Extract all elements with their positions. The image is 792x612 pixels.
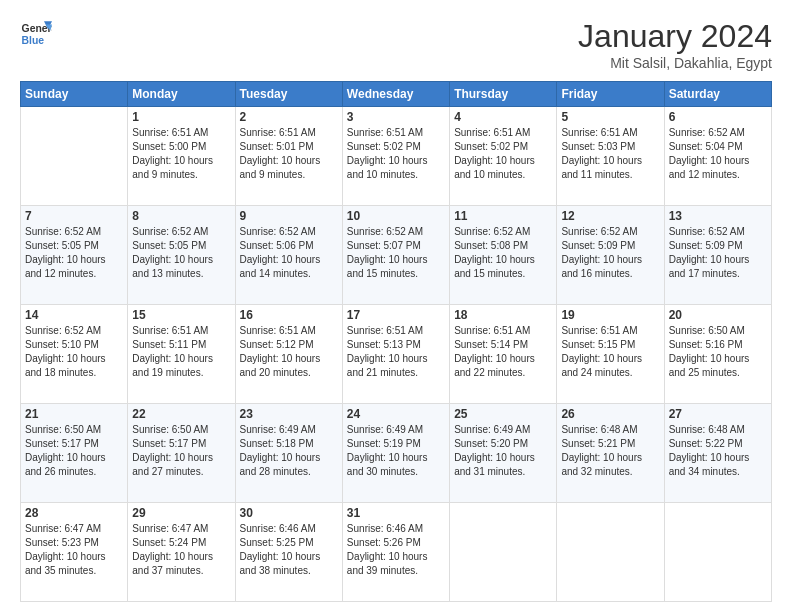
logo: General Blue [20, 18, 56, 50]
day-number: 22 [132, 407, 230, 421]
day-info: Sunrise: 6:50 AM Sunset: 5:16 PM Dayligh… [669, 324, 767, 380]
day-info: Sunrise: 6:52 AM Sunset: 5:09 PM Dayligh… [561, 225, 659, 281]
day-info: Sunrise: 6:50 AM Sunset: 5:17 PM Dayligh… [132, 423, 230, 479]
calendar-cell: 12Sunrise: 6:52 AM Sunset: 5:09 PM Dayli… [557, 206, 664, 305]
calendar-cell: 20Sunrise: 6:50 AM Sunset: 5:16 PM Dayli… [664, 305, 771, 404]
calendar-header-row: SundayMondayTuesdayWednesdayThursdayFrid… [21, 82, 772, 107]
day-number: 7 [25, 209, 123, 223]
calendar-cell: 5Sunrise: 6:51 AM Sunset: 5:03 PM Daylig… [557, 107, 664, 206]
day-info: Sunrise: 6:51 AM Sunset: 5:03 PM Dayligh… [561, 126, 659, 182]
day-info: Sunrise: 6:51 AM Sunset: 5:14 PM Dayligh… [454, 324, 552, 380]
svg-text:Blue: Blue [22, 35, 45, 46]
calendar-header-tuesday: Tuesday [235, 82, 342, 107]
calendar-week-row: 28Sunrise: 6:47 AM Sunset: 5:23 PM Dayli… [21, 503, 772, 602]
day-info: Sunrise: 6:52 AM Sunset: 5:06 PM Dayligh… [240, 225, 338, 281]
day-info: Sunrise: 6:51 AM Sunset: 5:00 PM Dayligh… [132, 126, 230, 182]
calendar-cell: 11Sunrise: 6:52 AM Sunset: 5:08 PM Dayli… [450, 206, 557, 305]
logo-icon: General Blue [20, 18, 52, 50]
day-number: 25 [454, 407, 552, 421]
day-number: 29 [132, 506, 230, 520]
day-info: Sunrise: 6:52 AM Sunset: 5:09 PM Dayligh… [669, 225, 767, 281]
calendar-cell: 29Sunrise: 6:47 AM Sunset: 5:24 PM Dayli… [128, 503, 235, 602]
calendar-cell: 28Sunrise: 6:47 AM Sunset: 5:23 PM Dayli… [21, 503, 128, 602]
calendar-week-row: 14Sunrise: 6:52 AM Sunset: 5:10 PM Dayli… [21, 305, 772, 404]
day-number: 16 [240, 308, 338, 322]
day-number: 10 [347, 209, 445, 223]
day-info: Sunrise: 6:51 AM Sunset: 5:15 PM Dayligh… [561, 324, 659, 380]
calendar-cell [664, 503, 771, 602]
calendar-cell [450, 503, 557, 602]
day-number: 26 [561, 407, 659, 421]
day-number: 12 [561, 209, 659, 223]
day-info: Sunrise: 6:48 AM Sunset: 5:21 PM Dayligh… [561, 423, 659, 479]
day-number: 17 [347, 308, 445, 322]
day-number: 24 [347, 407, 445, 421]
calendar-cell: 8Sunrise: 6:52 AM Sunset: 5:05 PM Daylig… [128, 206, 235, 305]
calendar-cell: 15Sunrise: 6:51 AM Sunset: 5:11 PM Dayli… [128, 305, 235, 404]
day-number: 18 [454, 308, 552, 322]
month-title: January 2024 [578, 18, 772, 55]
day-info: Sunrise: 6:47 AM Sunset: 5:24 PM Dayligh… [132, 522, 230, 578]
calendar-cell [557, 503, 664, 602]
calendar-cell: 13Sunrise: 6:52 AM Sunset: 5:09 PM Dayli… [664, 206, 771, 305]
day-number: 5 [561, 110, 659, 124]
calendar-cell: 23Sunrise: 6:49 AM Sunset: 5:18 PM Dayli… [235, 404, 342, 503]
day-info: Sunrise: 6:49 AM Sunset: 5:18 PM Dayligh… [240, 423, 338, 479]
day-info: Sunrise: 6:51 AM Sunset: 5:01 PM Dayligh… [240, 126, 338, 182]
day-number: 23 [240, 407, 338, 421]
calendar-header-wednesday: Wednesday [342, 82, 449, 107]
calendar-cell: 1Sunrise: 6:51 AM Sunset: 5:00 PM Daylig… [128, 107, 235, 206]
calendar-cell: 21Sunrise: 6:50 AM Sunset: 5:17 PM Dayli… [21, 404, 128, 503]
day-number: 2 [240, 110, 338, 124]
calendar-cell: 31Sunrise: 6:46 AM Sunset: 5:26 PM Dayli… [342, 503, 449, 602]
calendar-cell [21, 107, 128, 206]
day-number: 6 [669, 110, 767, 124]
calendar-cell: 14Sunrise: 6:52 AM Sunset: 5:10 PM Dayli… [21, 305, 128, 404]
day-number: 28 [25, 506, 123, 520]
calendar-cell: 6Sunrise: 6:52 AM Sunset: 5:04 PM Daylig… [664, 107, 771, 206]
day-number: 19 [561, 308, 659, 322]
calendar-cell: 7Sunrise: 6:52 AM Sunset: 5:05 PM Daylig… [21, 206, 128, 305]
day-info: Sunrise: 6:46 AM Sunset: 5:26 PM Dayligh… [347, 522, 445, 578]
day-info: Sunrise: 6:50 AM Sunset: 5:17 PM Dayligh… [25, 423, 123, 479]
calendar-cell: 19Sunrise: 6:51 AM Sunset: 5:15 PM Dayli… [557, 305, 664, 404]
day-info: Sunrise: 6:51 AM Sunset: 5:02 PM Dayligh… [454, 126, 552, 182]
calendar-cell: 4Sunrise: 6:51 AM Sunset: 5:02 PM Daylig… [450, 107, 557, 206]
day-info: Sunrise: 6:52 AM Sunset: 5:04 PM Dayligh… [669, 126, 767, 182]
calendar-cell: 9Sunrise: 6:52 AM Sunset: 5:06 PM Daylig… [235, 206, 342, 305]
calendar-header-thursday: Thursday [450, 82, 557, 107]
day-number: 27 [669, 407, 767, 421]
day-info: Sunrise: 6:51 AM Sunset: 5:13 PM Dayligh… [347, 324, 445, 380]
day-number: 8 [132, 209, 230, 223]
day-info: Sunrise: 6:49 AM Sunset: 5:19 PM Dayligh… [347, 423, 445, 479]
day-number: 1 [132, 110, 230, 124]
calendar-cell: 25Sunrise: 6:49 AM Sunset: 5:20 PM Dayli… [450, 404, 557, 503]
calendar-header-monday: Monday [128, 82, 235, 107]
day-number: 14 [25, 308, 123, 322]
day-info: Sunrise: 6:46 AM Sunset: 5:25 PM Dayligh… [240, 522, 338, 578]
day-info: Sunrise: 6:51 AM Sunset: 5:12 PM Dayligh… [240, 324, 338, 380]
day-number: 9 [240, 209, 338, 223]
calendar-header-friday: Friday [557, 82, 664, 107]
location: Mit Salsil, Dakahlia, Egypt [578, 55, 772, 71]
day-number: 4 [454, 110, 552, 124]
day-info: Sunrise: 6:49 AM Sunset: 5:20 PM Dayligh… [454, 423, 552, 479]
calendar-cell: 10Sunrise: 6:52 AM Sunset: 5:07 PM Dayli… [342, 206, 449, 305]
calendar-cell: 30Sunrise: 6:46 AM Sunset: 5:25 PM Dayli… [235, 503, 342, 602]
header: General Blue January 2024 Mit Salsil, Da… [20, 18, 772, 71]
calendar-header-sunday: Sunday [21, 82, 128, 107]
page: General Blue January 2024 Mit Salsil, Da… [0, 0, 792, 612]
calendar-cell: 17Sunrise: 6:51 AM Sunset: 5:13 PM Dayli… [342, 305, 449, 404]
calendar-week-row: 7Sunrise: 6:52 AM Sunset: 5:05 PM Daylig… [21, 206, 772, 305]
day-info: Sunrise: 6:47 AM Sunset: 5:23 PM Dayligh… [25, 522, 123, 578]
day-number: 3 [347, 110, 445, 124]
day-number: 13 [669, 209, 767, 223]
day-number: 30 [240, 506, 338, 520]
day-info: Sunrise: 6:51 AM Sunset: 5:11 PM Dayligh… [132, 324, 230, 380]
day-info: Sunrise: 6:52 AM Sunset: 5:07 PM Dayligh… [347, 225, 445, 281]
day-info: Sunrise: 6:52 AM Sunset: 5:08 PM Dayligh… [454, 225, 552, 281]
calendar-cell: 2Sunrise: 6:51 AM Sunset: 5:01 PM Daylig… [235, 107, 342, 206]
calendar-week-row: 21Sunrise: 6:50 AM Sunset: 5:17 PM Dayli… [21, 404, 772, 503]
calendar-cell: 16Sunrise: 6:51 AM Sunset: 5:12 PM Dayli… [235, 305, 342, 404]
calendar-table: SundayMondayTuesdayWednesdayThursdayFrid… [20, 81, 772, 602]
